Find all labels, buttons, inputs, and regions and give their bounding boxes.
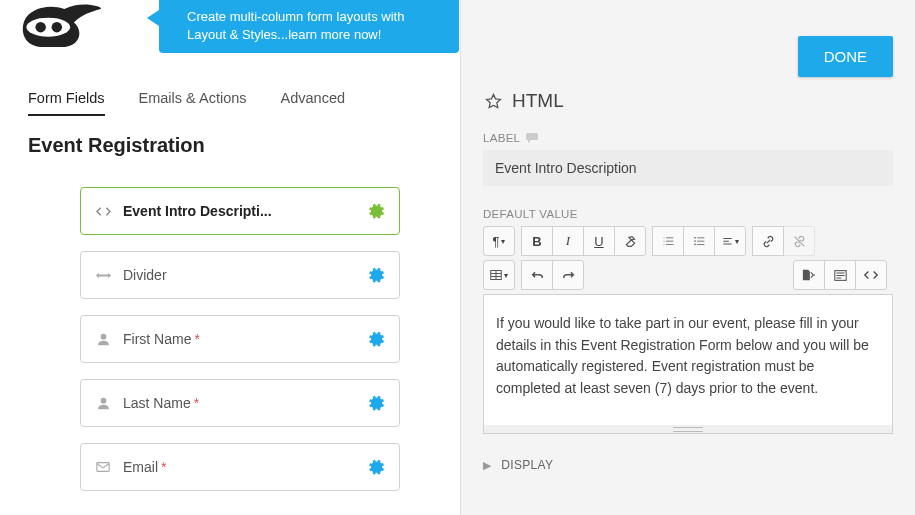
svg-point-4 <box>694 237 696 239</box>
unlink-button[interactable] <box>783 226 815 256</box>
tip-banner[interactable]: Create multi-column form layouts with La… <box>159 0 459 53</box>
default-value-editor[interactable]: If you would like to take part in our ev… <box>483 294 893 434</box>
field-label: Last Name* <box>123 395 369 411</box>
field-item-event-intro[interactable]: Event Intro Descripti... <box>80 187 400 235</box>
envelope-icon <box>95 459 111 475</box>
ninja-logo <box>15 0 110 60</box>
field-label: Event Intro Descripti... <box>123 203 369 219</box>
gear-icon[interactable] <box>369 267 385 283</box>
panel-title: HTML <box>512 90 564 112</box>
paragraph-dropdown[interactable]: ¶ ▾ <box>483 226 515 256</box>
field-item-last-name[interactable]: Last Name* <box>80 379 400 427</box>
bold-button[interactable]: B <box>521 226 553 256</box>
form-title: Event Registration <box>0 116 460 167</box>
align-dropdown[interactable]: ▾ <box>714 226 746 256</box>
required-indicator: * <box>161 459 166 475</box>
resize-handle[interactable] <box>484 425 892 433</box>
table-dropdown[interactable]: ▾ <box>483 260 515 290</box>
link-button[interactable] <box>752 226 784 256</box>
rich-text-button[interactable] <box>824 260 856 290</box>
display-section-toggle[interactable]: ▶ DISPLAY <box>483 458 893 472</box>
field-item-divider[interactable]: Divider <box>80 251 400 299</box>
field-item-email[interactable]: Email* <box>80 443 400 491</box>
label-section-header: LABEL <box>483 132 520 144</box>
tab-emails-actions[interactable]: Emails & Actions <box>139 90 247 116</box>
editor-content[interactable]: If you would like to take part in our ev… <box>484 295 892 425</box>
undo-button[interactable] <box>521 260 553 290</box>
svg-point-6 <box>694 243 696 245</box>
italic-button[interactable]: I <box>552 226 584 256</box>
required-indicator: * <box>194 331 199 347</box>
field-label: First Name* <box>123 331 369 347</box>
svg-point-5 <box>694 240 696 242</box>
user-icon <box>95 395 111 411</box>
gear-icon[interactable] <box>369 203 385 219</box>
tab-advanced[interactable]: Advanced <box>281 90 346 116</box>
display-section-label: DISPLAY <box>501 458 553 472</box>
code-icon <box>95 203 111 219</box>
required-indicator: * <box>194 395 199 411</box>
ol-button[interactable] <box>652 226 684 256</box>
svg-point-1 <box>35 22 45 32</box>
ul-button[interactable] <box>683 226 715 256</box>
comment-icon <box>526 133 538 143</box>
star-icon[interactable] <box>485 93 502 110</box>
merge-tags-button[interactable] <box>793 260 825 290</box>
redo-button[interactable] <box>552 260 584 290</box>
tab-form-fields[interactable]: Form Fields <box>28 90 105 116</box>
chevron-right-icon: ▶ <box>483 459 491 472</box>
done-button[interactable]: DONE <box>798 36 893 77</box>
field-list: Event Intro Descripti... Divider <box>0 167 460 491</box>
svg-rect-3 <box>97 463 109 472</box>
svg-point-2 <box>52 22 62 32</box>
label-input[interactable] <box>483 150 893 186</box>
gear-icon[interactable] <box>369 395 385 411</box>
eraser-button[interactable] <box>614 226 646 256</box>
user-icon <box>95 331 111 347</box>
svg-point-0 <box>26 18 70 37</box>
code-view-button[interactable] <box>855 260 887 290</box>
field-label: Divider <box>123 267 369 283</box>
field-item-first-name[interactable]: First Name* <box>80 315 400 363</box>
gear-icon[interactable] <box>369 459 385 475</box>
underline-button[interactable]: U <box>583 226 615 256</box>
gear-icon[interactable] <box>369 331 385 347</box>
field-label: Email* <box>123 459 369 475</box>
arrows-h-icon <box>95 267 111 283</box>
default-value-section-header: DEFAULT VALUE <box>483 208 578 220</box>
